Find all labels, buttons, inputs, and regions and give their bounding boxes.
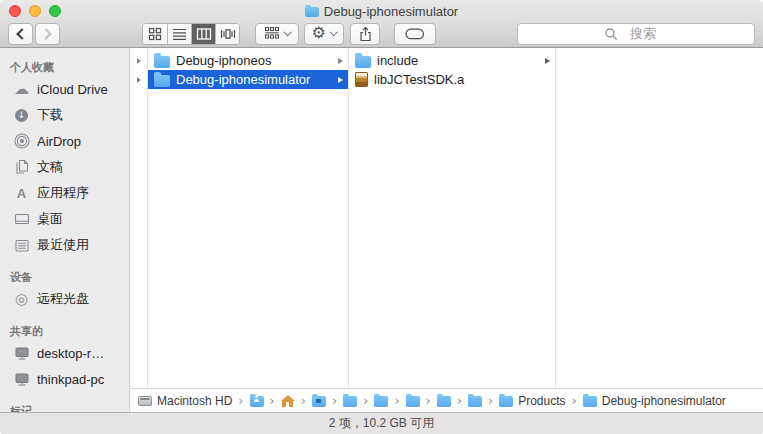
share-box-arrow-icon: [358, 26, 373, 42]
path-item-folder[interactable]: [312, 394, 326, 407]
close-button[interactable]: [9, 5, 21, 17]
sidebar-item-remote-disc[interactable]: ◎ 远程光盘: [0, 286, 129, 312]
file-row-debug-iphonesimulator[interactable]: Debug-iphonesimulator: [148, 70, 348, 89]
path-bar: Macintosh HD › › › › ›: [130, 388, 763, 412]
home-icon: [281, 395, 295, 407]
sidebar-item-downloads[interactable]: ↓ 下载: [0, 102, 129, 128]
chevron-right-icon: [545, 58, 550, 64]
search-input[interactable]: [517, 23, 755, 45]
tags-button[interactable]: [394, 23, 436, 45]
sidebar-header-shared: 共享的: [0, 322, 129, 340]
sidebar-item-label: thinkpad-pc: [37, 372, 104, 387]
computer-icon: [13, 346, 30, 361]
path-item-debug-iphonesimulator[interactable]: Debug-iphonesimulator: [583, 394, 726, 408]
share-button[interactable]: [350, 23, 380, 45]
sidebar-item-icloud-drive[interactable]: ☁ iCloud Drive: [0, 76, 129, 102]
folder-icon: [499, 396, 513, 407]
path-separator: ›: [457, 393, 462, 408]
path-separator: ›: [332, 393, 337, 408]
sidebar-item-label: 最近使用: [37, 236, 89, 254]
search-field[interactable]: [517, 23, 755, 45]
chevron-left-icon: [16, 28, 27, 39]
coverflow-view-icon: [220, 27, 236, 41]
sidebar-item-recents[interactable]: 最近使用: [0, 232, 129, 258]
content-area: Debug-iphoneos Debug-iphonesimulator inc…: [130, 48, 763, 412]
column-view-icon: [196, 27, 212, 41]
folder-icon: [154, 75, 170, 87]
icon-view-button[interactable]: [143, 24, 167, 44]
back-button[interactable]: [8, 23, 33, 45]
static-library-icon: [355, 72, 368, 87]
column-preview-sliver: [130, 48, 148, 388]
arrange-button[interactable]: [255, 23, 299, 45]
finder-window: Debug-iphonesimulator: [0, 0, 763, 434]
chevron-right-icon: [338, 77, 343, 83]
window-title: Debug-iphonesimulator: [324, 4, 458, 19]
path-item-folder[interactable]: [406, 394, 420, 407]
chevron-right-icon: [338, 58, 343, 64]
column-1: Debug-iphoneos Debug-iphonesimulator: [148, 48, 349, 388]
tag-icon: [405, 28, 425, 40]
coverflow-view-button[interactable]: [215, 24, 239, 44]
forward-button[interactable]: [35, 23, 60, 45]
remote-disc-icon: ◎: [13, 290, 30, 308]
path-item-products[interactable]: Products: [499, 394, 565, 408]
path-item-macintosh-hd[interactable]: Macintosh HD: [138, 394, 232, 408]
zoom-button[interactable]: [49, 5, 61, 17]
folder-emblem-icon: [312, 396, 326, 407]
download-circle-icon: ↓: [13, 109, 30, 122]
icon-view-icon: [148, 27, 162, 41]
path-separator: ›: [363, 393, 368, 408]
path-separator: ›: [270, 393, 275, 408]
sidebar-item-desktop-r[interactable]: desktop-r…: [0, 340, 129, 366]
file-row-debug-iphoneos[interactable]: Debug-iphoneos: [148, 51, 348, 70]
sidebar-item-label: iCloud Drive: [37, 82, 108, 97]
applications-icon: A: [13, 186, 30, 201]
path-item-folder[interactable]: [343, 394, 357, 407]
list-view-button[interactable]: [167, 24, 191, 44]
path-item-home[interactable]: [281, 395, 295, 407]
chevron-right-icon: [40, 28, 51, 39]
list-view-icon: [172, 27, 187, 41]
sidebar-header-devices: 设备: [0, 268, 129, 286]
chevron-down-icon: [330, 28, 338, 36]
column-view-button[interactable]: [191, 24, 215, 44]
traffic-lights: [9, 5, 61, 17]
folder-icon: [468, 396, 482, 407]
path-item-folder[interactable]: [468, 394, 482, 407]
file-row-include[interactable]: include: [349, 51, 555, 70]
sidebar-section-devices: 设备 ◎ 远程光盘: [0, 268, 129, 312]
minimize-button[interactable]: [29, 5, 41, 17]
file-name: include: [377, 53, 539, 68]
sidebar-item-airdrop[interactable]: AirDrop: [0, 128, 129, 154]
window-chrome: Debug-iphonesimulator: [0, 0, 763, 48]
action-button[interactable]: ⚙: [304, 23, 344, 45]
sidebar-item-label: 桌面: [37, 210, 63, 228]
users-folder-icon: [250, 396, 264, 407]
sidebar-item-documents[interactable]: 文稿: [0, 154, 129, 180]
disclosure-arrow[interactable]: [130, 70, 147, 89]
folder-icon: [406, 396, 420, 407]
file-name: libJCTestSDK.a: [374, 72, 550, 87]
path-label: Products: [518, 394, 565, 408]
sidebar-item-applications[interactable]: A 应用程序: [0, 180, 129, 206]
status-text: 2 项，10.2 GB 可用: [329, 415, 434, 432]
sidebar-item-label: 远程光盘: [37, 290, 89, 308]
path-item-folder[interactable]: [437, 394, 451, 407]
folder-icon: [583, 396, 597, 407]
column-3-empty: [556, 48, 763, 388]
group-grid-icon: [264, 26, 280, 41]
path-separator: ›: [301, 393, 306, 408]
disclosure-arrow[interactable]: [130, 51, 147, 70]
file-row-libjctestsdk[interactable]: libJCTestSDK.a: [349, 70, 555, 89]
path-item-folder[interactable]: [374, 394, 388, 407]
sidebar-item-label: desktop-r…: [37, 346, 104, 361]
sidebar-item-thinkpad-pc[interactable]: thinkpad-pc: [0, 366, 129, 392]
chevron-down-icon: [284, 28, 292, 36]
sidebar: 个人收藏 ☁ iCloud Drive ↓ 下载: [0, 48, 130, 412]
sidebar-item-desktop[interactable]: 桌面: [0, 206, 129, 232]
path-item-users[interactable]: [250, 394, 264, 407]
folder-icon: [437, 396, 451, 407]
file-name: Debug-iphoneos: [176, 53, 332, 68]
main-area: 个人收藏 ☁ iCloud Drive ↓ 下载: [0, 48, 763, 412]
